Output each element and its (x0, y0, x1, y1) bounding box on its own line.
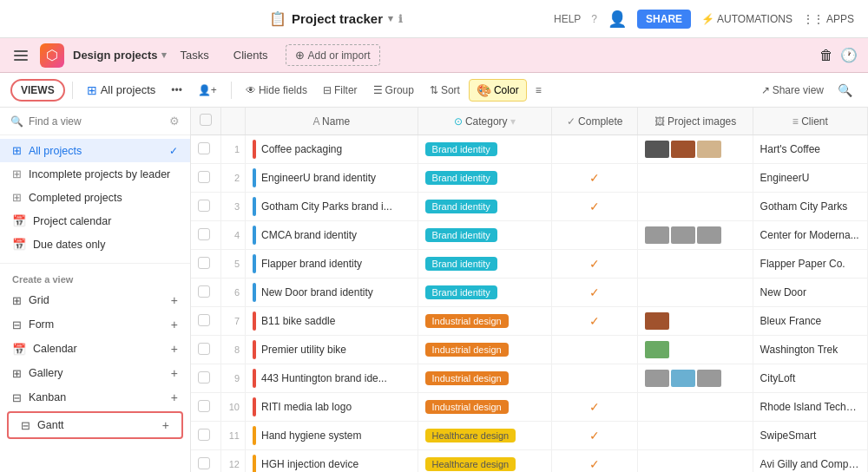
grid-view-icon-2: ⊞ (12, 167, 22, 180)
add-gallery-icon[interactable]: + (171, 366, 178, 380)
row-complete-cell: ✓ (551, 422, 637, 450)
sidebar-item-all-projects[interactable]: ⊞ All projects ✓ (0, 139, 190, 162)
row-checkbox[interactable] (198, 400, 210, 412)
table-header-row: A Name ⊙ Category ▾ ✓ Color Complete 🖼 P… (191, 108, 868, 135)
row-client-cell: Bleux France (753, 307, 867, 336)
row-complete-cell: ✓ (551, 307, 637, 336)
row-category-cell: Healthcare design (418, 422, 551, 450)
gantt-label: Gantt (37, 419, 64, 431)
row-checkbox[interactable] (198, 285, 210, 298)
views-button[interactable]: VIEWS (10, 79, 65, 102)
color-icon: 🎨 (477, 83, 491, 97)
add-person-button[interactable]: 👤+ (191, 81, 224, 100)
row-checkbox[interactable] (198, 142, 210, 154)
create-gallery-button[interactable]: ⊞ Gallery + (0, 361, 190, 385)
all-projects-label: All projects (101, 83, 156, 96)
create-grid-button[interactable]: ⊞ Grid + (0, 288, 190, 312)
category-badge: Brand identity (425, 257, 497, 271)
table-row: 1Coffee packagingBrand identityHart's Co… (191, 135, 868, 164)
add-calendar-icon[interactable]: + (171, 342, 178, 356)
history-icon[interactable]: 🕐 (840, 47, 858, 63)
hide-fields-button[interactable]: 👁 Hide fields (239, 81, 314, 100)
row-checkbox[interactable] (198, 200, 210, 212)
automations-button[interactable]: ⚡ AUTOMATIONS (701, 13, 792, 25)
create-view-title: Create a view (0, 267, 190, 288)
row-images-cell (638, 164, 753, 193)
row-checkbox[interactable] (198, 171, 210, 183)
row-color-indicator (253, 168, 256, 187)
complete-checkmark: ✓ (589, 171, 600, 185)
row-client-cell: Gotham City Parks (753, 193, 867, 221)
create-kanban-button[interactable]: ⊟ Kanban + (0, 385, 190, 410)
row-checkbox[interactable] (198, 228, 210, 240)
search-button[interactable]: 🔍 (832, 80, 858, 101)
nav-tab-tasks[interactable]: Tasks (170, 43, 220, 67)
logo-icon: ⬡ (46, 47, 58, 63)
hamburger-menu[interactable] (10, 47, 31, 64)
images-col-icon: 🖼 (654, 115, 665, 128)
category-col-icon: ⊙ (454, 115, 463, 128)
row-checkbox[interactable] (198, 343, 210, 355)
table-row: 5Flapper brand identityBrand identity✓Fl… (191, 250, 868, 279)
all-projects-tab[interactable]: ⊞ All projects (80, 80, 163, 101)
workspace-title[interactable]: Design projects ▾ (73, 49, 167, 62)
category-badge: Brand identity (425, 285, 497, 299)
info-icon[interactable]: ℹ (398, 13, 403, 25)
select-all-checkbox[interactable] (200, 114, 212, 126)
row-checkbox[interactable] (198, 257, 210, 269)
row-name: Gotham City Parks brand i... (261, 200, 392, 213)
nav-tab-clients[interactable]: Clients (223, 43, 279, 67)
table-row: 9443 Huntington brand ide...Industrial d… (191, 364, 868, 393)
row-checkbox[interactable] (198, 457, 210, 469)
row-name-cell: RITI media lab logo (246, 393, 418, 422)
top-bar-actions: HELP ? 👤 SHARE ⚡ AUTOMATIONS ⋮⋮ APPS (554, 10, 854, 29)
row-client-cell: Hart's Coffee (753, 135, 867, 164)
more-options-button[interactable]: ••• (164, 81, 189, 100)
row-complete-cell (551, 364, 637, 393)
row-height-button[interactable]: ≡ (529, 81, 549, 100)
category-badge: Healthcare design (425, 429, 516, 442)
row-checkbox[interactable] (198, 371, 210, 384)
complete-checkmark: ✓ (589, 429, 600, 442)
checkbox-column-header (191, 108, 221, 135)
title-dropdown-icon[interactable]: ▾ (388, 13, 393, 24)
trash-icon[interactable]: 🗑 (819, 48, 833, 63)
share-button[interactable]: SHARE (637, 10, 691, 29)
apps-button[interactable]: ⋮⋮ APPS (803, 13, 854, 25)
due-dates-label: Due dates only (33, 239, 105, 251)
project-image-thumbnail (671, 226, 695, 244)
brand-logo: ⬡ (40, 43, 64, 68)
search-input[interactable] (29, 115, 164, 128)
incomplete-label: Incomplete projects by leader (29, 168, 170, 180)
add-form-icon[interactable]: + (171, 318, 178, 331)
settings-icon[interactable]: ⚙ (169, 115, 180, 128)
color-button[interactable]: 🎨 Color (469, 79, 527, 102)
project-image-thumbnail (645, 341, 669, 358)
add-gantt-icon[interactable]: + (162, 418, 169, 432)
row-category-cell: Brand identity (418, 193, 551, 221)
client-column-header: ≡ Client (753, 108, 867, 135)
sidebar-item-due-dates[interactable]: 📅 Due dates only (0, 233, 190, 256)
table-row: 11Hand hygiene systemHealthcare design✓S… (191, 422, 868, 450)
create-form-button[interactable]: ⊟ Form + (0, 312, 190, 337)
create-gantt-button[interactable]: ⊟ Gantt + (7, 411, 183, 439)
row-checkbox[interactable] (198, 429, 210, 441)
create-calendar-button[interactable]: 📅 Calendar + (0, 337, 190, 361)
sort-button[interactable]: ⇅ Sort (423, 81, 467, 100)
row-number: 10 (221, 393, 246, 422)
sidebar-item-calendar[interactable]: 📅 Project calendar (0, 209, 190, 233)
sidebar-item-incomplete[interactable]: ⊞ Incomplete projects by leader (0, 162, 190, 186)
sidebar-item-completed[interactable]: ⊞ Completed projects (0, 186, 190, 209)
completed-label: Completed projects (29, 192, 122, 204)
share-view-button[interactable]: ↗ Share view (754, 81, 831, 100)
filter-button[interactable]: ⊟ Filter (316, 81, 365, 100)
add-kanban-icon[interactable]: + (171, 390, 178, 404)
add-grid-icon[interactable]: + (171, 293, 178, 307)
row-checkbox[interactable] (198, 314, 210, 326)
row-category-cell: Industrial design (418, 336, 551, 364)
hide-icon: 👁 (246, 84, 256, 96)
add-import-button[interactable]: ⊕ Add or import (286, 44, 380, 66)
sidebar: 🔍 ⚙ ⊞ All projects ✓ ⊞ Incomplete projec… (0, 108, 191, 472)
group-button[interactable]: ☰ Group (366, 81, 421, 100)
category-badge: Industrial design (425, 343, 509, 357)
